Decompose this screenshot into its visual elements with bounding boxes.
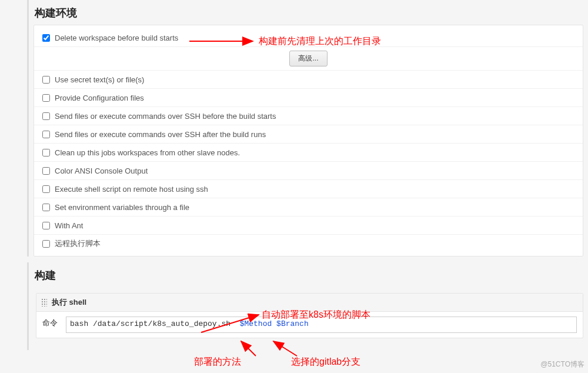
command-var-method: $Method: [240, 319, 272, 328]
execute-shell-header[interactable]: 执行 shell: [36, 294, 583, 312]
ssh-after-checkbox[interactable]: [42, 131, 50, 138]
command-label: 命令: [42, 317, 66, 333]
cleanup-checkbox[interactable]: [42, 149, 50, 156]
watermark: @51CTO博客: [540, 359, 584, 369]
exec-shell-ssh-checkbox[interactable]: [42, 185, 50, 193]
delete-workspace-checkbox[interactable]: [42, 34, 50, 42]
exec-shell-ssh-row[interactable]: Execute shell script on remote host usin…: [34, 180, 583, 198]
ssh-before-checkbox[interactable]: [42, 112, 50, 120]
provide-config-label: Provide Configuration files: [55, 94, 144, 102]
remote-exec-checkbox[interactable]: [42, 240, 50, 248]
color-ansi-checkbox[interactable]: [42, 167, 50, 175]
annotation-deploy-method: 部署的方法: [194, 356, 241, 368]
color-ansi-row[interactable]: Color ANSI Console Output: [34, 162, 583, 180]
cleanup-row[interactable]: Clean up this jobs workspaces from other…: [34, 144, 583, 162]
cleanup-label: Clean up this jobs workspaces from other…: [55, 148, 240, 157]
set-env-file-row[interactable]: Set environment variables through a file: [34, 198, 583, 217]
command-var-branch: $Branch: [276, 319, 309, 328]
build-env-section: 构建环境 Delete workspace before build start…: [27, 0, 588, 257]
build-env-title: 构建环境: [29, 4, 588, 25]
use-secret-label: Use secret text(s) or file(s): [55, 75, 144, 84]
drag-handle-icon[interactable]: [41, 298, 47, 307]
exec-shell-ssh-label: Execute shell script on remote host usin…: [55, 185, 208, 194]
page-root: 构建环境 Delete workspace before build start…: [0, 0, 588, 350]
ssh-after-label: Send files or execute commands over SSH …: [55, 130, 266, 139]
build-env-box: Delete workspace before build starts 高级.…: [34, 25, 583, 257]
command-text-plain: bash /data/script/k8s_auto_depoy.sh: [70, 319, 240, 328]
build-title: 构建: [29, 266, 588, 287]
remote-exec-label: 远程执行脚本: [55, 238, 101, 249]
ssh-before-label: Send files or execute commands over SSH …: [55, 112, 276, 121]
with-ant-row[interactable]: With Ant: [34, 217, 583, 235]
color-ansi-label: Color ANSI Console Output: [55, 166, 148, 175]
advanced-row: 高级...: [34, 47, 583, 71]
provide-config-checkbox[interactable]: [42, 94, 50, 102]
ssh-before-row[interactable]: Send files or execute commands over SSH …: [34, 107, 583, 125]
command-sep: [272, 319, 276, 328]
with-ant-checkbox[interactable]: [42, 222, 50, 229]
execute-shell-body: 命令 bash /data/script/k8s_auto_depoy.sh $…: [36, 312, 583, 338]
use-secret-checkbox[interactable]: [42, 76, 50, 84]
execute-shell-title: 执行 shell: [52, 297, 86, 308]
advanced-button[interactable]: 高级...: [289, 51, 327, 66]
delete-workspace-label: Delete workspace before build starts: [55, 34, 178, 42]
annotation-gitlab-branch: 选择的gitlab分支: [291, 356, 360, 368]
provide-config-row[interactable]: Provide Configuration files: [34, 89, 583, 107]
command-input[interactable]: bash /data/script/k8s_auto_depoy.sh $Met…: [66, 317, 577, 333]
use-secret-row[interactable]: Use secret text(s) or file(s): [34, 71, 583, 89]
remote-exec-row[interactable]: 远程执行脚本: [34, 235, 583, 252]
delete-workspace-row[interactable]: Delete workspace before build starts: [34, 29, 583, 47]
build-section: 构建 执行 shell 命令 bash /data/script/k8s_aut…: [27, 262, 588, 350]
execute-shell-block: 执行 shell 命令 bash /data/script/k8s_auto_d…: [36, 293, 583, 338]
set-env-file-label: Set environment variables through a file: [55, 203, 189, 212]
ssh-after-row[interactable]: Send files or execute commands over SSH …: [34, 125, 583, 144]
with-ant-label: With Ant: [55, 221, 83, 230]
set-env-file-checkbox[interactable]: [42, 204, 50, 211]
